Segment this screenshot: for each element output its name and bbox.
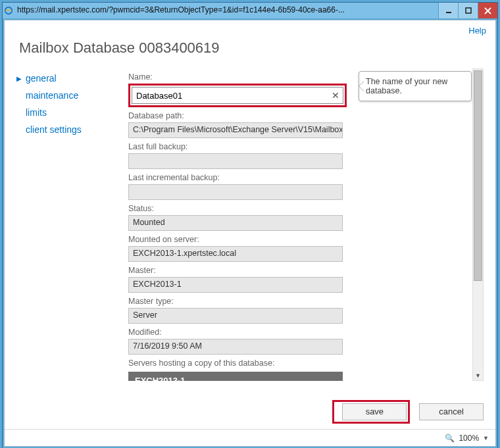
name-tooltip: The name of your new database. (359, 71, 468, 101)
ie-favicon (3, 3, 14, 18)
page-title: Mailbox Database 0083400619 (5, 36, 495, 68)
minimize-button[interactable] (438, 3, 458, 18)
sidebar-item-maintenance[interactable]: ▶maintenance (16, 87, 128, 104)
form-area: Name: ✕ The name of your new database. D… (128, 68, 488, 393)
name-input[interactable]: ✕ (132, 87, 343, 104)
sidebar-item-label: general (26, 73, 57, 84)
caret-right-icon: ▶ (16, 75, 26, 82)
zoom-dropdown-icon[interactable]: ▼ (483, 435, 489, 441)
sidebar-item-limits[interactable]: ▶limits (16, 104, 128, 121)
titlebar: https://mail.xpertstec.com/?pwmcid=3&Ret… (3, 3, 497, 18)
scroll-down-icon[interactable]: ▼ (473, 370, 483, 381)
sidebar-item-label: client settings (26, 124, 82, 135)
sidebar: ▶general ▶maintenance ▶limits ▶client se… (16, 68, 128, 393)
dialog-buttons: save cancel (5, 393, 495, 429)
sidebar-item-client-settings[interactable]: ▶client settings (16, 121, 128, 138)
mountedon-value: EXCH2013-1.xpertstec.local (128, 246, 343, 262)
scrollbar[interactable]: ▲ ▼ (472, 68, 484, 381)
page-content: Help Mailbox Database 0083400619 ▶genera… (4, 20, 496, 447)
master-value: EXCH2013-1 (128, 277, 343, 293)
cancel-button[interactable]: cancel (419, 403, 484, 420)
status-label: Status: (128, 204, 468, 213)
sidebar-item-label: maintenance (26, 90, 78, 101)
mountedon-label: Mounted on server: (128, 235, 468, 244)
address-bar[interactable]: https://mail.xpertstec.com/?pwmcid=3&Ret… (14, 3, 438, 18)
sidebar-item-label: limits (26, 107, 47, 118)
master-label: Master: (128, 266, 468, 275)
help-link[interactable]: Help (468, 26, 486, 36)
name-input-text[interactable] (132, 89, 328, 102)
modified-label: Modified: (128, 328, 468, 337)
dbpath-value: C:\Program Files\Microsoft\Exchange Serv… (128, 122, 343, 138)
lastfull-value (128, 153, 343, 169)
sidebar-item-general[interactable]: ▶general (16, 70, 128, 87)
status-value: Mounted (128, 215, 343, 231)
mastertype-value: Server (128, 308, 343, 324)
scroll-thumb[interactable] (474, 70, 482, 281)
save-button-highlight: save (332, 400, 410, 424)
close-button[interactable] (478, 3, 497, 18)
maximize-button[interactable] (458, 3, 478, 18)
servershosting-row[interactable]: EXCH2013-1 (128, 372, 343, 381)
save-button[interactable]: save (342, 403, 407, 420)
lastinc-label: Last incremental backup: (128, 173, 468, 182)
zoom-level: 100% (459, 434, 479, 443)
dbpath-label: Database path: (128, 111, 468, 120)
browser-statusbar: 🔍 100% ▼ (5, 429, 495, 446)
browser-window: https://mail.xpertstec.com/?pwmcid=3&Ret… (2, 2, 498, 448)
servershosting-label: Servers hosting a copy of this database: (128, 359, 468, 368)
lastinc-value (128, 184, 343, 200)
mastertype-label: Master type: (128, 297, 468, 306)
lastfull-label: Last full backup: (128, 142, 468, 151)
svg-rect-2 (466, 8, 471, 13)
window-controls (438, 3, 497, 18)
name-field-highlight: ✕ (128, 84, 347, 107)
modified-value: 7/16/2019 9:50 AM (128, 339, 343, 355)
zoom-icon[interactable]: 🔍 (445, 434, 455, 443)
clear-input-icon[interactable]: ✕ (328, 90, 343, 101)
